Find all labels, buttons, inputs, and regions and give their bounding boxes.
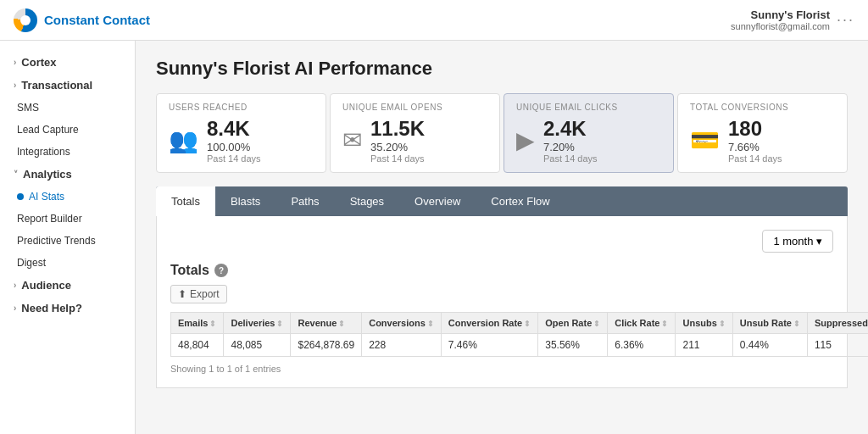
stat-card-users-reached: USERS REACHED 👥 8.4K 100.00% Past 14 day…: [156, 93, 326, 173]
sort-icon: ⇕: [427, 320, 434, 328]
sidebar-label: Transactional: [21, 79, 92, 92]
month-button[interactable]: 1 month ▾: [762, 230, 833, 253]
sidebar-item-transactional[interactable]: ›Transactional: [0, 74, 135, 97]
col-header-click-rate[interactable]: Click Rate⇕: [608, 313, 676, 334]
stat-icon: 💳: [690, 126, 720, 154]
page-title: Sunny's Florist AI Performance: [156, 58, 848, 80]
stat-pct: 7.66%: [728, 141, 782, 153]
sidebar-item-cortex[interactable]: ›Cortex: [0, 51, 135, 74]
table-footer: Showing 1 to 1 of 1 entries: [170, 364, 833, 374]
sort-icon: ⇕: [793, 320, 800, 328]
sidebar-label: AI Stats: [29, 191, 64, 203]
col-header-deliveries[interactable]: Deliveries⇕: [224, 313, 291, 334]
sidebar-item-need-help[interactable]: ›Need Help?: [0, 297, 135, 320]
sidebar-item-ai-stats[interactable]: AI Stats: [0, 186, 135, 208]
col-header-revenue[interactable]: Revenue⇕: [291, 313, 362, 334]
stat-pct: 100.00%: [207, 141, 261, 153]
cell-unsub-rate: 0.44%: [732, 334, 807, 357]
data-table: Emails⇕Deliveries⇕Revenue⇕Conversions⇕Co…: [170, 312, 868, 357]
logo-icon: [14, 8, 37, 32]
stat-icon: ✉: [342, 126, 362, 154]
stat-value: 8.4K: [207, 117, 261, 141]
cell-click-rate: 6.36%: [608, 334, 676, 357]
export-icon: ⬆: [178, 288, 186, 300]
sidebar-item-audience[interactable]: ›Audience: [0, 274, 135, 297]
help-icon[interactable]: ?: [214, 264, 228, 277]
sort-icon: ⇕: [719, 320, 726, 328]
tab-stages[interactable]: Stages: [335, 186, 399, 216]
col-header-conversions[interactable]: Conversions⇕: [362, 313, 442, 334]
stat-period: Past 14 days: [207, 153, 261, 164]
sidebar-item-report-builder[interactable]: Report Builder: [0, 208, 135, 230]
user-menu-dots[interactable]: ···: [837, 11, 854, 29]
stat-value: 180: [728, 117, 782, 141]
export-button[interactable]: ⬆ Export: [170, 285, 227, 303]
sidebar-label: Report Builder: [17, 213, 82, 225]
user-area: Sunny's Florist sunnyflorist@gmail.com ·…: [731, 8, 854, 31]
sidebar-label: Cortex: [21, 56, 56, 69]
stat-value: 11.5K: [370, 117, 425, 141]
sidebar-label: Predictive Trends: [17, 235, 96, 247]
stat-card-total-conversions: TOTAL CONVERSIONS 💳 180 7.66% Past 14 da…: [677, 93, 848, 173]
tab-overview[interactable]: Overview: [399, 186, 476, 216]
sort-icon: ⇕: [593, 320, 600, 328]
stat-period: Past 14 days: [370, 153, 425, 164]
active-bullet: [17, 193, 24, 200]
stat-card-unique-email-clicks: UNIQUE EMAIL CLICKS ▶ 2.4K 7.20% Past 14…: [504, 93, 674, 173]
sidebar-label: Digest: [17, 257, 46, 269]
sidebar-label: Analytics: [23, 168, 72, 181]
col-header-unsub-rate[interactable]: Unsub Rate⇕: [732, 313, 807, 334]
sidebar-item-sms[interactable]: SMS: [0, 97, 135, 119]
col-header-open-rate[interactable]: Open Rate⇕: [538, 313, 608, 334]
sort-icon: ⇕: [661, 320, 668, 328]
sort-icon: ⇕: [338, 320, 345, 328]
tab-totals[interactable]: Totals: [156, 186, 215, 216]
chevron-icon: ›: [14, 81, 16, 90]
cell-conversions: 228: [362, 334, 442, 357]
layout: ›Cortex›TransactionalSMSLead CaptureInte…: [0, 41, 868, 434]
sidebar-item-predictive-trends[interactable]: Predictive Trends: [0, 230, 135, 252]
cell-open-rate: 35.56%: [538, 334, 608, 357]
content-toolbar: 1 month ▾: [170, 230, 833, 253]
stat-value: 2.4K: [543, 117, 598, 141]
cell-conversion-rate: 7.46%: [441, 334, 537, 357]
chevron-icon: ˅: [14, 170, 18, 179]
sidebar-label: Need Help?: [21, 302, 82, 314]
tab-cortex-flow[interactable]: Cortex Flow: [476, 186, 565, 216]
col-header-unsubs[interactable]: Unsubs⇕: [676, 313, 732, 334]
cell-deliveries: 48,085: [224, 334, 291, 357]
logo-text: Constant Contact: [44, 13, 150, 27]
sort-icon: ⇕: [276, 320, 283, 328]
sidebar-item-lead-capture[interactable]: Lead Capture: [0, 119, 135, 141]
cell-emails: 48,804: [171, 334, 224, 357]
stat-card-unique-email-opens: UNIQUE EMAIL OPENS ✉ 11.5K 35.20% Past 1…: [330, 93, 500, 173]
sidebar-label: Integrations: [17, 146, 70, 158]
cell-unsubs: 211: [676, 334, 732, 357]
user-info: Sunny's Florist sunnyflorist@gmail.com: [731, 8, 830, 31]
tab-paths[interactable]: Paths: [275, 186, 334, 216]
header: Constant Contact Sunny's Florist sunnyfl…: [0, 0, 868, 41]
sidebar-item-digest[interactable]: Digest: [0, 252, 135, 274]
col-header-conversion-rate[interactable]: Conversion Rate⇕: [441, 313, 537, 334]
sidebar-label: Lead Capture: [17, 124, 79, 136]
export-label: Export: [190, 288, 220, 300]
table-row: 48,80448,085$264,878.692287.46%35.56%6.3…: [171, 334, 869, 357]
main-content: Sunny's Florist AI Performance USERS REA…: [136, 41, 868, 434]
stat-label: TOTAL CONVERSIONS: [690, 103, 835, 112]
stat-label: UNIQUE EMAIL OPENS: [342, 103, 487, 112]
stat-pct: 7.20%: [543, 141, 598, 153]
tab-blasts[interactable]: Blasts: [215, 186, 275, 216]
sort-icon: ⇕: [209, 320, 216, 328]
content-area: 1 month ▾ Totals ? ⬆ Export Emails⇕Deliv…: [156, 216, 848, 388]
totals-heading: Totals: [170, 263, 209, 278]
sidebar-item-integrations[interactable]: Integrations: [0, 141, 135, 163]
sidebar-item-analytics[interactable]: ˅Analytics: [0, 163, 135, 186]
user-name: Sunny's Florist: [731, 8, 830, 21]
col-header-suppressed-users[interactable]: Suppressed Users⇕: [807, 313, 868, 334]
totals-header: Totals ?: [170, 263, 833, 278]
chevron-icon: ›: [14, 58, 16, 67]
cell-suppressed-users: 115: [807, 334, 868, 357]
col-header-emails[interactable]: Emails⇕: [171, 313, 224, 334]
logo-area: Constant Contact: [14, 8, 150, 32]
tabs-bar: TotalsBlastsPathsStagesOverviewCortex Fl…: [156, 186, 848, 216]
